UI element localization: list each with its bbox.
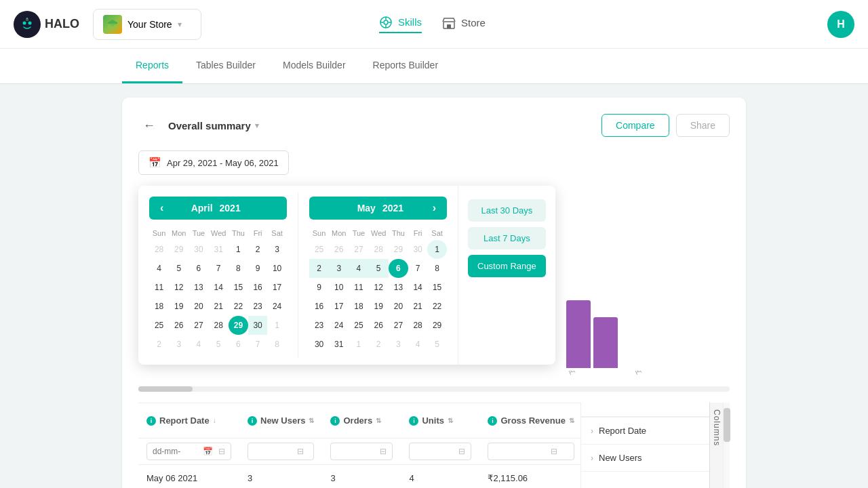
row1-date: May 06 2021 — [138, 465, 239, 489]
date-range-display: Apr 29, 2021 - May 06, 2021 — [167, 158, 279, 168]
may-6-selected[interactable]: 6 — [389, 259, 408, 278]
vertical-scrollbar[interactable] — [723, 403, 730, 488]
date-filter-cell: 📅 ⊟ — [138, 439, 239, 465]
revenue-filter-input[interactable] — [494, 447, 548, 456]
calendar-popup: ‹ April 2021 Sun Mon — [138, 186, 555, 365]
new-users-filter-input[interactable] — [254, 447, 294, 456]
compare-button[interactable]: Compare — [601, 114, 669, 137]
side-item-new-users[interactable]: › New Users — [581, 445, 709, 472]
units-filter-icon[interactable]: ⊟ — [458, 447, 465, 456]
next-month-button[interactable]: › — [430, 202, 439, 214]
avatar[interactable]: H — [827, 11, 854, 38]
gross-revenue-info: i — [488, 416, 497, 426]
date-filter[interactable]: 📅 ⊟ — [146, 443, 231, 460]
units-filter-input[interactable] — [415, 447, 456, 456]
row1-units: 4 — [401, 465, 479, 489]
back-button[interactable]: ← — [138, 115, 160, 136]
toolbar: ← Overall summary ▾ Compare Share — [138, 114, 730, 137]
filter-row: 📅 ⊟ ⊟ — [138, 439, 580, 465]
new-users-sort[interactable]: ⇅ — [309, 417, 314, 424]
april-grid: Sun Mon Tue Wed Thu Fri Sat — [149, 226, 287, 354]
subnav-models-builder[interactable]: Models Builder — [269, 49, 359, 83]
units-info: i — [409, 416, 418, 426]
store-nav-icon — [442, 16, 456, 30]
subnav-reports-builder[interactable]: Reports Builder — [359, 49, 452, 83]
horizontal-scrollbar[interactable] — [138, 386, 730, 392]
nav-skills-label: Skills — [398, 16, 422, 28]
last-30-days-button[interactable]: Last 30 Days — [468, 199, 546, 222]
x-label-1: Apr 30 2021 — [566, 371, 610, 376]
svg-point-1 — [23, 21, 26, 24]
summary-arrow: ▾ — [255, 121, 259, 130]
col-units: i Units ⇅ — [401, 403, 479, 439]
store-icon — [103, 15, 122, 34]
new-users-filter-icon[interactable]: ⊟ — [297, 447, 304, 456]
bar-chart — [566, 283, 730, 371]
nav-skills[interactable]: Skills — [379, 16, 422, 33]
subnav: Reports Tables Builder Models Builder Re… — [0, 49, 868, 84]
calendar-april-header: ‹ April 2021 — [149, 197, 287, 220]
orders-sort[interactable]: ⇅ — [376, 417, 381, 424]
svg-point-6 — [384, 20, 388, 24]
columns-label: Columns — [712, 403, 722, 453]
x-label-2: Apr 29 2021 — [633, 371, 676, 376]
april-29-selected[interactable]: 29 — [229, 316, 248, 335]
gross-revenue-sort[interactable]: ⇅ — [569, 417, 574, 424]
orders-filter-input[interactable] — [336, 447, 377, 456]
columns-panel-toggle[interactable]: Columns — [709, 403, 723, 488]
main-card: ← Overall summary ▾ Compare Share 📅 Apr … — [122, 98, 746, 488]
main-content: ← Overall summary ▾ Compare Share 📅 Apr … — [0, 84, 868, 488]
units-sort[interactable]: ⇅ — [448, 417, 453, 424]
chart-area-right: Apr 30 2021 Apr 29 2021 — [555, 186, 730, 378]
table-row: May 06 2021 3 3 4 ₹2,115.06 — [138, 465, 580, 489]
date-filter-input[interactable] — [153, 447, 200, 456]
april-month: April — [191, 203, 213, 214]
header-nav: Skills Store — [379, 16, 486, 33]
date-range-trigger[interactable]: 📅 Apr 29, 2021 - May 06, 2021 — [138, 150, 289, 175]
logo-text: HALO — [45, 17, 79, 31]
side-panel: › Report Date › New Users — [581, 403, 709, 488]
revenue-filter-cell: ⊟ — [479, 439, 580, 465]
nav-store-label: Store — [461, 17, 486, 28]
calendar-may: May 2021 › Sun Mon Tue We — [298, 186, 458, 365]
scrollbar-thumb[interactable] — [138, 386, 193, 392]
units-filter-cell: ⊟ — [401, 439, 479, 465]
new-users-info: i — [248, 416, 257, 426]
share-button[interactable]: Share — [676, 114, 730, 137]
summary-label: Overall summary — [168, 120, 251, 131]
custom-range-button[interactable]: Custom Range — [468, 255, 546, 277]
last-7-days-button[interactable]: Last 7 Days — [468, 227, 546, 249]
april-year: 2021 — [220, 203, 241, 214]
store-selector[interactable]: Your Store ▾ — [93, 9, 201, 40]
side-item-report-date[interactable]: › Report Date — [581, 418, 709, 445]
svg-point-2 — [28, 21, 32, 24]
subnav-tables-builder[interactable]: Tables Builder — [182, 49, 269, 83]
quick-range-panel: Last 30 Days Last 7 Days Custom Range — [458, 186, 555, 365]
svg-point-4 — [26, 18, 28, 19]
calendar-filter-icon[interactable]: 📅 — [203, 447, 213, 456]
subnav-reports[interactable]: Reports — [122, 49, 182, 83]
bar-2 — [593, 317, 618, 368]
may-grid: Sun Mon Tue Wed Thu Fri Sat — [309, 226, 447, 354]
chart-x-labels: Apr 30 2021 Apr 29 2021 — [566, 371, 730, 378]
side-panel-area: › Report Date › New Users Columns — [580, 403, 730, 488]
table-header: i Report Date ↓ i New Users ⇅ — [138, 403, 580, 439]
bar-1 — [566, 300, 591, 368]
date-filter-icon[interactable]: ⊟ — [218, 447, 225, 456]
prev-month-button[interactable]: ‹ — [157, 202, 166, 214]
nav-store[interactable]: Store — [442, 16, 486, 33]
col-report-date: i Report Date ↓ — [138, 403, 239, 439]
orders-filter-icon[interactable]: ⊟ — [380, 447, 387, 456]
summary-dropdown[interactable]: Overall summary ▾ — [168, 120, 259, 131]
report-date-sort[interactable]: ↓ — [213, 417, 216, 424]
row1-new-users: 3 — [239, 465, 322, 489]
revenue-filter-icon[interactable]: ⊟ — [551, 447, 557, 456]
chevron-right-icon: › — [591, 426, 593, 436]
calendars: ‹ April 2021 Sun Mon — [138, 186, 458, 365]
v-scrollbar-thumb[interactable] — [724, 408, 730, 442]
logo-icon — [14, 11, 41, 38]
calendar-may-header: May 2021 › — [309, 197, 447, 220]
calendar-icon: 📅 — [149, 157, 161, 169]
orders-info: i — [330, 416, 340, 426]
table-main-area: i Report Date ↓ i New Users ⇅ — [138, 403, 580, 488]
